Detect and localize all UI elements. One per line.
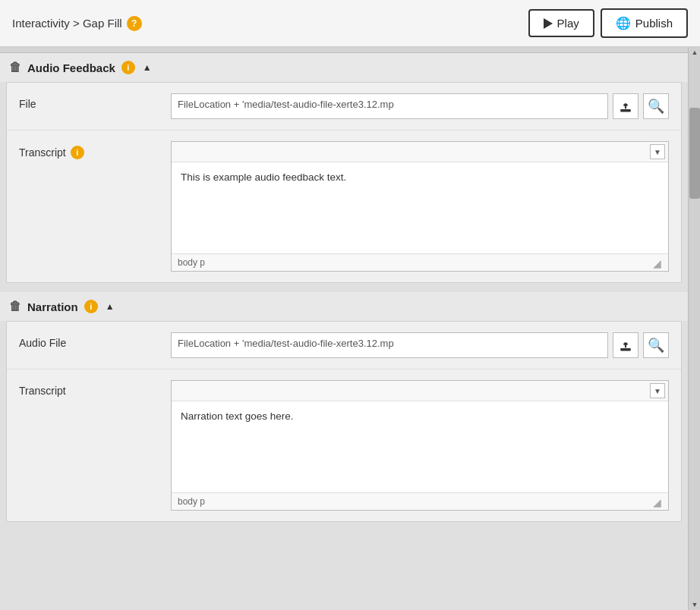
n-transcript-wrapper: ▼ Narration text goes here. body p ◢ (171, 380, 669, 511)
search-icon: 🔍 (648, 337, 664, 354)
af-transcript-info-icon[interactable]: i (71, 146, 84, 159)
af-transcript-label: Transcript i (19, 141, 171, 159)
af-search-button[interactable]: 🔍 (643, 93, 669, 119)
breadcrumb-text: Interactivity > Gap Fill (12, 17, 122, 30)
narration-title: Narration (27, 300, 78, 313)
top-border (0, 47, 688, 53)
n-file-row: Audio File FileLocation + 'media/test-au… (7, 322, 681, 369)
n-transcript-row: Transcript ▼ Narration text goes here. b… (7, 369, 681, 521)
publish-button[interactable]: 🌐 Publish (601, 8, 688, 38)
af-file-controls: FileLocation + 'media/test-audio-file-xe… (171, 93, 669, 119)
n-file-input[interactable]: FileLocation + 'media/test-audio-file-xe… (171, 332, 608, 358)
n-search-button[interactable]: 🔍 (643, 332, 669, 358)
scrollbar-down-arrow[interactable]: ▼ (689, 599, 700, 610)
narration-info-icon[interactable]: i (84, 300, 98, 313)
audio-feedback-trash-icon[interactable]: 🗑 (9, 61, 21, 74)
svg-rect-0 (620, 110, 630, 112)
n-upload-button[interactable] (613, 332, 639, 358)
af-transcript-toolbar: ▼ (172, 142, 668, 162)
svg-rect-1 (620, 349, 630, 351)
af-transcript-content[interactable]: This is example audio feedback text. (172, 162, 668, 253)
n-transcript-footer: body p ◢ (172, 492, 668, 510)
play-label: Play (557, 17, 579, 30)
narration-collapse-icon[interactable]: ▲ (106, 301, 115, 312)
af-transcript-row: Transcript i ▼ This is example audio fee… (7, 130, 681, 282)
n-transcript-content[interactable]: Narration text goes here. (172, 401, 668, 492)
audio-feedback-info-icon[interactable]: i (121, 61, 135, 74)
search-icon: 🔍 (648, 98, 664, 115)
upload-icon (618, 99, 633, 114)
app-header: Interactivity > Gap Fill ? Play 🌐 Publis… (0, 0, 700, 47)
n-transcript-toolbar: ▼ (172, 381, 668, 401)
play-triangle-icon (544, 18, 553, 29)
help-icon[interactable]: ? (127, 16, 142, 31)
af-transcript-dropdown-btn[interactable]: ▼ (650, 144, 665, 159)
scrollbar-thumb[interactable] (689, 108, 700, 199)
n-transcript-label: Transcript (19, 380, 171, 397)
audio-feedback-section: 🗑 Audio Feedback i ▲ File FileLocation +… (0, 53, 688, 283)
n-transcript-resize-handle[interactable]: ◢ (653, 497, 662, 506)
af-file-label: File (19, 93, 171, 110)
af-transcript-footer: body p ◢ (172, 253, 668, 271)
header-actions: Play 🌐 Publish (528, 8, 688, 38)
n-transcript-footer-text: body p (178, 496, 205, 507)
af-file-row: File FileLocation + 'media/test-audio-fi… (7, 83, 681, 130)
narration-section: 🗑 Narration i ▲ Audio File FileLocation … (0, 292, 688, 522)
audio-feedback-collapse-icon[interactable]: ▲ (143, 62, 152, 73)
globe-icon: 🌐 (616, 16, 631, 30)
audio-feedback-panel: File FileLocation + 'media/test-audio-fi… (6, 82, 682, 283)
af-upload-button[interactable] (613, 93, 639, 119)
af-transcript-resize-handle[interactable]: ◢ (653, 258, 662, 267)
n-transcript-dropdown-btn[interactable]: ▼ (650, 383, 665, 398)
af-transcript-wrapper: ▼ This is example audio feedback text. b… (171, 141, 669, 272)
af-file-input[interactable]: FileLocation + 'media/test-audio-file-xe… (171, 93, 608, 119)
content-area: 🗑 Audio Feedback i ▲ File FileLocation +… (0, 47, 700, 610)
upload-icon (618, 338, 633, 353)
main-content: 🗑 Audio Feedback i ▲ File FileLocation +… (0, 47, 688, 610)
af-transcript-footer-text: body p (178, 257, 205, 268)
breadcrumb: Interactivity > Gap Fill ? (12, 16, 142, 31)
scrollbar-track: ▲ ▼ (688, 47, 700, 610)
publish-label: Publish (635, 17, 673, 30)
n-file-label: Audio File (19, 332, 171, 349)
narration-header: 🗑 Narration i ▲ (0, 292, 688, 321)
narration-panel: Audio File FileLocation + 'media/test-au… (6, 321, 682, 522)
scrollbar-up-arrow[interactable]: ▲ (689, 47, 700, 58)
play-button[interactable]: Play (528, 9, 594, 37)
audio-feedback-title: Audio Feedback (27, 61, 115, 74)
audio-feedback-header: 🗑 Audio Feedback i ▲ (0, 53, 688, 82)
narration-trash-icon[interactable]: 🗑 (9, 300, 21, 313)
n-file-controls: FileLocation + 'media/test-audio-file-xe… (171, 332, 669, 358)
